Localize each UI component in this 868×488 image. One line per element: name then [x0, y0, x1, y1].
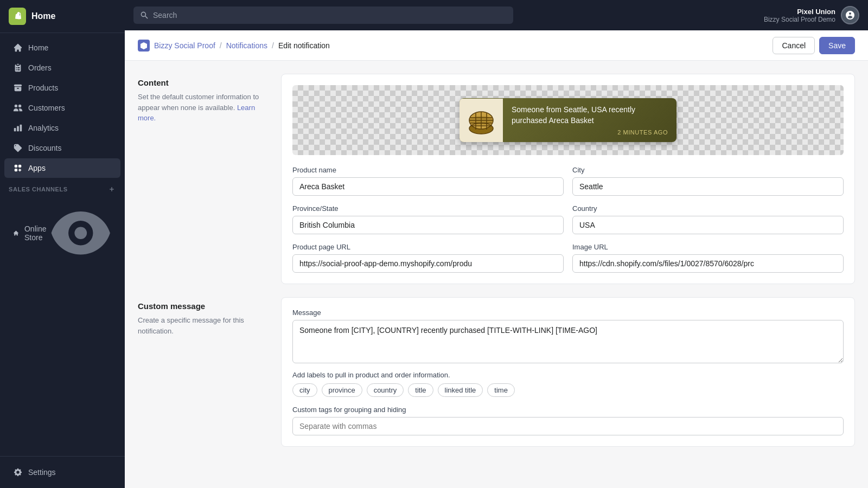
sidebar-navigation: Home Orders Products Customers Analytics… — [0, 33, 125, 456]
message-group: Message Someone from [CITY], [COUNTRY] r… — [292, 309, 844, 363]
sidebar-item-discounts-label: Discounts — [28, 144, 61, 152]
discounts-icon — [13, 143, 23, 153]
user-avatar-icon — [845, 10, 856, 21]
sidebar-item-settings[interactable]: Settings — [9, 463, 116, 481]
cancel-button[interactable]: Cancel — [773, 37, 815, 54]
breadcrumb-section[interactable]: Notifications — [226, 41, 267, 50]
breadcrumb-sep-2: / — [272, 41, 274, 50]
label-tag[interactable]: title — [408, 383, 433, 397]
label-tag[interactable]: linked title — [438, 383, 483, 397]
custom-message-section: Custom message Create a specific message… — [138, 297, 855, 447]
online-store-label: Online Store — [24, 224, 50, 242]
image-url-group: Image URL — [572, 243, 844, 273]
home-icon — [13, 43, 23, 53]
breadcrumb-bar: Bizzy Social Proof / Notifications / Edi… — [125, 30, 868, 61]
country-input[interactable] — [572, 216, 844, 234]
main-content: Pixel Union Bizzy Social Proof Demo Bizz… — [125, 0, 868, 488]
sidebar-item-apps[interactable]: Apps — [4, 158, 120, 178]
sidebar-logo: Home — [0, 0, 125, 33]
label-tag[interactable]: province — [322, 383, 362, 397]
custom-tags-input[interactable] — [292, 417, 844, 435]
user-subtitle: Bizzy Social Proof Demo — [764, 16, 835, 23]
sidebar-item-online-store[interactable]: Online Store — [4, 197, 120, 269]
custom-tags-section: Custom tags for grouping and hiding — [292, 406, 844, 435]
analytics-icon — [13, 123, 23, 133]
message-label: Message — [292, 309, 844, 317]
breadcrumb-current: Edit notification — [278, 41, 330, 50]
product-name-input[interactable] — [292, 177, 564, 196]
province-label: Province/State — [292, 204, 564, 213]
breadcrumb-actions: Cancel Save — [773, 37, 855, 54]
product-url-input[interactable] — [292, 254, 564, 273]
product-name-label: Product name — [292, 166, 564, 174]
country-label: Country — [572, 204, 844, 213]
labels-section: Add labels to pull in product and order … — [292, 371, 844, 397]
labels-row: cityprovincecountrytitlelinked titletime — [292, 383, 844, 397]
content-section-title: Content — [138, 78, 268, 87]
custom-message-section-right: Message Someone from [CITY], [COUNTRY] r… — [281, 297, 855, 447]
labels-title: Add labels to pull in product and order … — [292, 371, 844, 379]
shopify-logo-icon — [9, 8, 26, 25]
breadcrumb-sep-1: / — [220, 41, 222, 50]
settings-icon — [13, 467, 23, 477]
add-sales-channel-icon[interactable] — [107, 185, 116, 194]
sidebar-item-home-label: Home — [28, 43, 48, 52]
sidebar-item-home[interactable]: Home — [4, 38, 120, 57]
sidebar-item-products[interactable]: Products — [4, 78, 120, 98]
label-tag[interactable]: time — [487, 383, 515, 397]
breadcrumb-app-name[interactable]: Bizzy Social Proof — [154, 41, 215, 50]
custom-message-desc: Create a specific message for this notif… — [138, 315, 268, 336]
product-url-group: Product page URL — [292, 243, 564, 273]
image-url-label: Image URL — [572, 243, 844, 251]
save-button[interactable]: Save — [819, 37, 855, 54]
shopify-logo-text: Home — [31, 11, 55, 21]
sidebar-item-analytics[interactable]: Analytics — [4, 118, 120, 138]
avatar — [841, 6, 859, 24]
label-tag[interactable]: city — [292, 383, 317, 397]
sidebar-item-discounts[interactable]: Discounts — [4, 138, 120, 158]
sidebar-footer: Settings — [0, 456, 125, 488]
product-url-label: Product page URL — [292, 243, 564, 251]
content-section: Content Set the default customer informa… — [138, 74, 855, 284]
message-textarea[interactable]: Someone from [CITY], [COUNTRY] recently … — [292, 320, 844, 363]
custom-message-section-left: Custom message Create a specific message… — [138, 297, 268, 447]
app-icon-svg — [140, 42, 148, 49]
app-icon — [138, 40, 150, 52]
notification-image — [459, 99, 503, 142]
city-label: City — [572, 166, 844, 174]
breadcrumb: Bizzy Social Proof / Notifications / Edi… — [138, 40, 330, 52]
notification-message: Someone from Seattle, USA recently purch… — [512, 105, 668, 126]
search-icon — [140, 11, 149, 20]
customers-icon — [13, 103, 23, 113]
custom-message-title: Custom message — [138, 301, 268, 311]
sales-channels-label: SALES CHANNELS — [9, 186, 68, 192]
content-form: Product name City Province/State — [292, 166, 844, 273]
search-wrapper — [133, 7, 513, 24]
sidebar-item-customers[interactable]: Customers — [4, 98, 120, 118]
sales-channels-header: SALES CHANNELS — [0, 178, 125, 197]
orders-icon — [13, 63, 23, 73]
custom-tags-title: Custom tags for grouping and hiding — [292, 406, 844, 414]
apps-icon — [13, 163, 23, 173]
sidebar-item-orders[interactable]: Orders — [4, 58, 120, 78]
city-input[interactable] — [572, 177, 844, 196]
user-name: Pixel Union — [764, 8, 835, 16]
image-url-input[interactable] — [572, 254, 844, 273]
content-section-left: Content Set the default customer informa… — [138, 74, 268, 284]
sidebar-item-orders-label: Orders — [28, 63, 52, 72]
notification-card: Someone from Seattle, USA recently purch… — [459, 98, 676, 142]
products-icon — [13, 83, 23, 93]
visibility-icon[interactable] — [50, 202, 112, 264]
city-group: City — [572, 166, 844, 196]
page-content: Content Set the default customer informa… — [125, 61, 868, 460]
content-area: Bizzy Social Proof / Notifications / Edi… — [125, 30, 868, 488]
province-group: Province/State — [292, 204, 564, 234]
search-input[interactable] — [153, 11, 507, 20]
province-input[interactable] — [292, 216, 564, 234]
notification-time: 2 MINUTES AGO — [512, 129, 668, 136]
sidebar: Home Home Orders Products Customers Anal… — [0, 0, 125, 488]
label-tag[interactable]: country — [367, 383, 404, 397]
sidebar-item-customers-label: Customers — [28, 104, 65, 112]
user-info: Pixel Union Bizzy Social Proof Demo — [764, 6, 859, 24]
sidebar-item-products-label: Products — [28, 84, 58, 92]
